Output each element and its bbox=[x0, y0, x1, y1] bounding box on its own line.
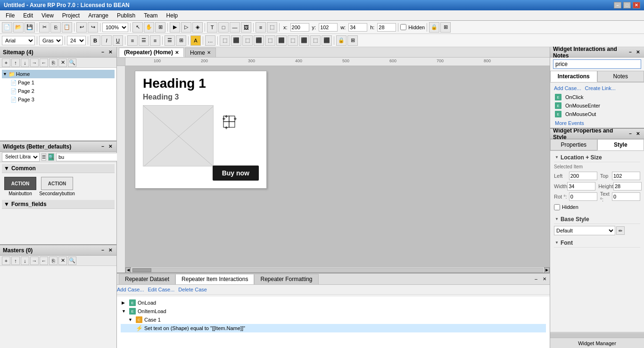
tab-home[interactable]: Home ✕ bbox=[185, 48, 216, 57]
masters-indent[interactable]: → bbox=[30, 257, 39, 265]
y-input[interactable] bbox=[319, 23, 338, 32]
sitemap-move-up[interactable]: ↑ bbox=[11, 58, 20, 67]
sitemap-search[interactable]: 🔍 bbox=[68, 58, 76, 67]
crop-tool[interactable]: ⊞ bbox=[155, 22, 165, 33]
more-events-link[interactable]: More Events bbox=[554, 120, 640, 126]
repeater-collapse-icon[interactable]: – bbox=[533, 276, 539, 282]
masters-down[interactable]: ↓ bbox=[21, 257, 29, 265]
paste-button[interactable]: 📋 bbox=[62, 22, 72, 33]
group-button[interactable]: ⊞ bbox=[440, 22, 451, 33]
top-field-input[interactable] bbox=[612, 172, 640, 180]
create-link-link[interactable]: Create Link... bbox=[585, 85, 615, 91]
win-collapse-icon[interactable]: – bbox=[627, 49, 634, 56]
tab-repeater-dataset[interactable]: Repeater Dataset bbox=[119, 274, 175, 284]
tab-interactions[interactable]: Interactions bbox=[550, 71, 597, 82]
widget-align1[interactable]: ⬚ bbox=[220, 35, 230, 46]
height-field-input[interactable] bbox=[613, 182, 642, 191]
widgets-search-input[interactable] bbox=[56, 153, 126, 161]
menu-view[interactable]: View bbox=[38, 11, 58, 20]
event-onmouseout[interactable]: E OnMouseOut bbox=[554, 110, 640, 118]
widget-align2[interactable]: ⬛ bbox=[231, 35, 241, 46]
widget-align10[interactable]: ⬛ bbox=[322, 35, 332, 46]
masters-search[interactable]: 🔍 bbox=[68, 257, 76, 265]
canvas-hscroll[interactable]: ◀ ▶ bbox=[125, 267, 550, 273]
tab-repeater-formatting[interactable]: Repeater Formatting bbox=[254, 274, 318, 284]
open-button[interactable]: 📂 bbox=[13, 22, 24, 33]
sitemap-page3[interactable]: 📄 Page 3 bbox=[2, 95, 115, 104]
save-button[interactable]: 💾 bbox=[25, 22, 35, 33]
lock2-button[interactable]: 🔒 bbox=[336, 35, 347, 46]
menu-publish[interactable]: Publish bbox=[113, 11, 139, 20]
line-tool[interactable]: — bbox=[230, 22, 240, 33]
edit-case-link[interactable]: Edit Case... bbox=[148, 287, 174, 292]
props-close-icon[interactable]: ✕ bbox=[635, 131, 641, 137]
pointer-tool[interactable]: ↖ bbox=[132, 22, 143, 33]
event-onitemload[interactable]: ▼ E OnItemLoad bbox=[121, 307, 546, 315]
sitemap-collapse-icon[interactable]: – bbox=[99, 49, 106, 56]
tab-home-close[interactable]: ✕ bbox=[207, 50, 211, 55]
tab-repeater-home[interactable]: (Repeater) (Home) ✕ bbox=[119, 48, 184, 57]
props-collapse-icon[interactable]: – bbox=[627, 131, 634, 137]
sitemap-indent[interactable]: → bbox=[30, 58, 39, 67]
lock-button[interactable]: 🔒 bbox=[429, 22, 439, 33]
underline-button[interactable]: U bbox=[113, 35, 123, 46]
font-weight-select[interactable]: Gras bbox=[39, 36, 63, 45]
event-onload[interactable]: ▶ E OnLoad bbox=[121, 298, 546, 307]
library-select[interactable]: Select Library bbox=[2, 152, 40, 162]
tab-properties[interactable]: Properties bbox=[550, 139, 597, 150]
publish-button[interactable]: ◈ bbox=[192, 22, 203, 33]
rot-field-input[interactable] bbox=[569, 192, 597, 201]
tab-repeater-item-interactions[interactable]: Repeater Item Interactions bbox=[175, 274, 254, 284]
align-tool[interactable]: ≡ bbox=[256, 22, 266, 33]
widget-align7[interactable]: ⬚ bbox=[288, 35, 298, 46]
tab-notes[interactable]: Notes bbox=[597, 71, 644, 82]
text-tool[interactable]: T bbox=[207, 22, 217, 33]
menu-edit[interactable]: Edit bbox=[19, 11, 37, 20]
align-right-button[interactable]: ≡ bbox=[150, 35, 160, 46]
link-button[interactable]: ⊞ bbox=[176, 35, 186, 46]
style-edit-button[interactable]: ✏ bbox=[616, 226, 625, 235]
tab-style[interactable]: Style bbox=[597, 139, 644, 150]
width-field-input[interactable] bbox=[567, 182, 595, 191]
event-onmouseenter[interactable]: E OnMouseEnter bbox=[554, 101, 640, 110]
masters-close-icon[interactable]: ✕ bbox=[107, 247, 114, 254]
sitemap-duplicate[interactable]: ⎘ bbox=[49, 58, 58, 67]
add-case-interactions-link[interactable]: Add Case... bbox=[554, 85, 581, 91]
masters-collapse-icon[interactable]: – bbox=[99, 247, 106, 254]
action-set-text[interactable]: ⚡ Set text on (Shape) equal to "[[Item.N… bbox=[121, 324, 546, 332]
widget-secondarybutton[interactable]: ACTION Secondarybutton bbox=[41, 177, 74, 196]
w-input[interactable] bbox=[348, 23, 367, 32]
widget-align3[interactable]: ⬚ bbox=[242, 35, 253, 46]
shape-tool[interactable]: □ bbox=[218, 22, 229, 33]
more-format[interactable]: … bbox=[205, 35, 215, 46]
x-input[interactable] bbox=[290, 23, 309, 32]
sitemap-move-down[interactable]: ↓ bbox=[21, 58, 29, 67]
cut-button[interactable]: ✂ bbox=[39, 22, 50, 33]
hscroll-left[interactable]: ◀ bbox=[125, 267, 131, 273]
play2-button[interactable]: ▷ bbox=[181, 22, 191, 33]
buy-button[interactable]: Buy now bbox=[213, 166, 259, 181]
menu-file[interactable]: File bbox=[2, 11, 18, 20]
sitemap-home[interactable]: ▼ 📁 Home bbox=[2, 70, 115, 78]
widgets-collapse-icon[interactable]: – bbox=[99, 143, 106, 150]
menu-team[interactable]: Team bbox=[140, 11, 161, 20]
menu-arrange[interactable]: Arrange bbox=[84, 11, 112, 20]
copy-button[interactable]: ⎘ bbox=[50, 22, 61, 33]
widget-align6[interactable]: ⬛ bbox=[276, 35, 287, 46]
hidden-checkbox[interactable] bbox=[400, 24, 406, 30]
sitemap-outdent[interactable]: ← bbox=[40, 58, 48, 67]
menu-project[interactable]: Project bbox=[58, 11, 83, 20]
style-select[interactable]: Default bbox=[554, 226, 615, 235]
menu-help[interactable]: Help bbox=[163, 11, 182, 20]
widgets-menu-button[interactable]: ☰ bbox=[41, 153, 46, 161]
delete-case-link[interactable]: Delete Case bbox=[178, 287, 207, 292]
text-field-input[interactable] bbox=[612, 192, 640, 201]
font-size-select[interactable]: 24 bbox=[67, 36, 86, 45]
align-left-button[interactable]: ≡ bbox=[127, 35, 138, 46]
redo-button[interactable]: ↪ bbox=[88, 22, 98, 33]
widgets-search-icon[interactable]: 🔍 bbox=[48, 153, 54, 161]
widget-align5[interactable]: ⬚ bbox=[265, 35, 275, 46]
close-button[interactable]: ✕ bbox=[633, 2, 640, 8]
sitemap-close-icon[interactable]: ✕ bbox=[107, 49, 114, 56]
masters-outdent[interactable]: ← bbox=[40, 257, 48, 265]
